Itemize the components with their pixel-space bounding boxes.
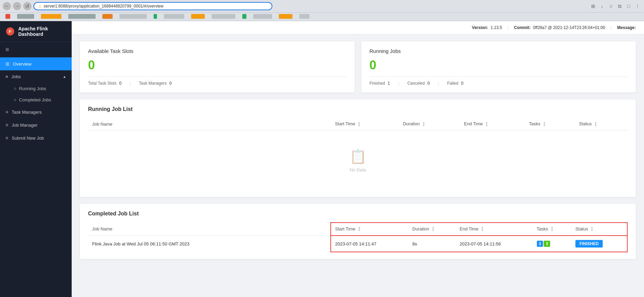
sidebar: F Apache Flink Dashboard ≡ ⊞ Overview ≡ …: [0, 21, 72, 297]
no-data-container: 📋 No Data: [92, 135, 624, 186]
url-text: server1:8088/proxy/application_168844892…: [44, 4, 163, 9]
sidebar-jobs-label: Jobs: [12, 74, 21, 79]
overview-icon: ⊞: [5, 61, 10, 67]
running-job-list-title: Running Job List: [88, 106, 628, 112]
header-bar: Version: 1.13.5 | Commit: 0ff28a7 @ 2021…: [72, 21, 644, 34]
app-container: F Apache Flink Dashboard ≡ ⊞ Overview ≡ …: [0, 21, 644, 297]
bookmark-icon-2: [17, 14, 34, 19]
hamburger-icon: ≡: [5, 46, 9, 53]
reload-button[interactable]: ↺: [23, 2, 31, 10]
sidebar-jobs-header[interactable]: ≡ Jobs ▲: [0, 70, 72, 83]
stat-sep-2: |: [398, 81, 399, 86]
completed-sort-status-icon: ▲▼: [591, 226, 593, 232]
completed-jobs-icon: ○: [14, 97, 16, 102]
translate-btn[interactable]: ⊞: [589, 2, 597, 10]
card-stats-2: Finished 1 | Canceled 0 | Failed 0: [370, 81, 628, 86]
status-badge-0: FINISHED: [575, 240, 603, 248]
bookmark-4[interactable]: [66, 13, 98, 19]
bookmark-3[interactable]: [38, 13, 64, 19]
running-job-table: Job Name Start Time ▲▼ Duration ▲▼: [88, 118, 628, 190]
total-task-slots-value: 0: [119, 81, 121, 86]
bookmark-8[interactable]: [161, 13, 187, 19]
finished-value: 1: [388, 81, 390, 86]
canceled-label: Canceled: [407, 81, 425, 86]
bookmark-icon-14: [299, 14, 310, 19]
bookmarks-bar: [0, 13, 644, 21]
sort-duration-icon: ▲▼: [422, 122, 425, 127]
col-header-tasks[interactable]: Tasks ▲▼: [525, 118, 575, 130]
task-badge-green-0: 3: [544, 241, 550, 247]
completed-col-header-start-time[interactable]: Start Time ▲▼: [331, 223, 408, 236]
sidebar-logo-text: Apache Flink Dashboard: [18, 26, 66, 37]
extensions-btn[interactable]: ⧉: [616, 2, 624, 10]
completed-job-list-title: Completed Job List: [88, 211, 628, 217]
col-header-end-time[interactable]: End Time ▲▼: [460, 118, 525, 130]
running-job-table-header-row: Job Name Start Time ▲▼ Duration ▲▼: [88, 118, 628, 130]
bookmark-9[interactable]: [188, 13, 207, 19]
bookmark-icon-6: [119, 14, 147, 19]
completed-job-table: Job Name Start Time ▲▼ Duration ▲▼: [88, 222, 628, 253]
sidebar-item-submit-new-job[interactable]: ≡ Submit New Job: [0, 131, 72, 144]
back-button[interactable]: ←: [3, 2, 11, 10]
submit-job-icon: ≡: [5, 135, 8, 141]
bookmark-icon-1: [5, 14, 10, 19]
bookmark-icon-9: [191, 14, 205, 19]
commit-info: Commit: 0ff28a7 @ 2021-12-14T23:26:04+01…: [514, 25, 605, 30]
sort-end-time-icon: ▲▼: [485, 122, 488, 127]
screenshot-btn[interactable]: ↓: [598, 2, 606, 10]
maximize-btn[interactable]: □: [625, 2, 632, 10]
sidebar-item-task-managers[interactable]: ≡ Task Managers: [0, 105, 72, 118]
task-badge-blue-0: 3: [537, 241, 543, 247]
menu-btn[interactable]: ⋮: [634, 2, 641, 10]
failed-value: 0: [461, 81, 463, 86]
sidebar-toggle[interactable]: ≡: [0, 42, 72, 57]
completed-col-header-end-time[interactable]: End Time ▲▼: [456, 223, 533, 236]
bookmark-11[interactable]: [240, 13, 249, 19]
bookmark-icon-7: [154, 14, 157, 19]
available-task-slots-title: Available Task Slots: [88, 48, 346, 54]
running-job-list-section: Running Job List Job Name Start Time ▲▼: [80, 99, 636, 197]
sidebar-submit-job-label: Submit New Job: [12, 136, 44, 141]
task-managers-label: Task Managers: [139, 81, 167, 86]
completed-col-header-tasks[interactable]: Tasks ▲▼: [533, 223, 572, 236]
stat-sep-1: |: [130, 81, 131, 86]
cards-row: Available Task Slots 0 Total Task Slots …: [80, 41, 636, 93]
available-task-slots-value: 0: [88, 58, 346, 72]
failed-label: Failed: [447, 81, 458, 86]
bookmark-7[interactable]: [151, 13, 160, 19]
completed-job-table-body: Flink Java Job at Wed Jul 05 06:11:50 GM…: [88, 236, 627, 252]
canceled-stat: Canceled 0: [407, 81, 430, 86]
col-header-start-time[interactable]: Start Time ▲▼: [331, 118, 399, 130]
svg-text:F: F: [9, 29, 12, 34]
completed-job-row-0[interactable]: Flink Java Job at Wed Jul 05 06:11:50 GM…: [88, 236, 627, 252]
completed-job-end-0: 2023-07-05 14:11:56: [456, 236, 533, 252]
running-job-no-data-row: 📋 No Data: [88, 130, 628, 190]
bookmark-13[interactable]: [276, 13, 295, 19]
completed-col-header-status[interactable]: Status ▲▼: [571, 223, 627, 236]
bookmark-2[interactable]: [14, 13, 37, 19]
bookmark-14[interactable]: [297, 13, 312, 19]
bookmark-icon-12: [253, 14, 272, 19]
bookmark-1[interactable]: [3, 13, 13, 19]
sidebar-item-job-manager[interactable]: ≡ Job Manager: [0, 118, 72, 131]
browser-chrome: ← → ↺ ⚠ server1:8088/proxy/application_1…: [0, 0, 644, 13]
forward-button[interactable]: →: [13, 2, 21, 10]
bookmark-5[interactable]: [100, 13, 115, 19]
col-header-duration[interactable]: Duration ▲▼: [399, 118, 460, 130]
url-bar[interactable]: ⚠ server1:8088/proxy/application_1688448…: [33, 2, 272, 10]
card-divider-2: [370, 76, 628, 77]
bookmark-btn[interactable]: ☆: [607, 2, 615, 10]
completed-col-header-duration[interactable]: Duration ▲▼: [408, 223, 455, 236]
col-header-status[interactable]: Status ▲▼: [575, 118, 628, 130]
bookmark-12[interactable]: [251, 13, 275, 19]
sidebar-item-running-jobs[interactable]: ○ Running Jobs: [0, 83, 72, 94]
bookmark-10[interactable]: [209, 13, 238, 19]
sidebar-item-overview[interactable]: ⊞ Overview: [0, 57, 72, 70]
browser-actions: ⊞ ↓ ☆ ⧉ □ ⋮: [589, 2, 641, 10]
commit-value: 0ff28a7 @ 2021-12-14T23:26:04+01:00: [533, 25, 605, 30]
sidebar-completed-jobs-label: Completed Jobs: [19, 97, 51, 102]
bookmark-icon-10: [212, 14, 235, 19]
completed-job-name-0: Flink Java Job at Wed Jul 05 06:11:50 GM…: [88, 236, 331, 252]
sidebar-item-completed-jobs[interactable]: ○ Completed Jobs: [0, 94, 72, 105]
bookmark-6[interactable]: [117, 13, 149, 19]
